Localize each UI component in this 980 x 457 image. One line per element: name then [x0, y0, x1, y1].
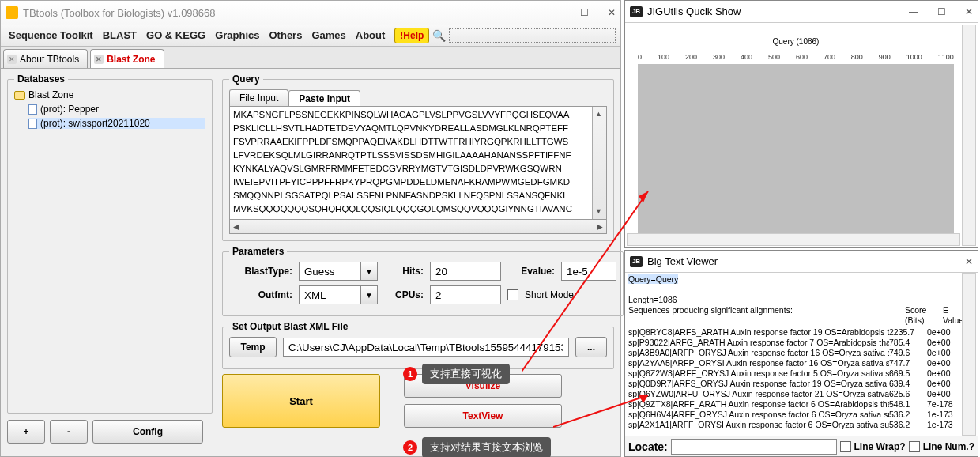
jigutils-title: JIGUtils Qucik Show [647, 6, 909, 17]
temp-button[interactable]: Temp [229, 337, 277, 357]
annotation-arrow-icon [522, 182, 664, 382]
db-item-pepper[interactable]: (prot): Pepper [28, 104, 205, 115]
annotation-2: 支持对结果直接文本浏览 [422, 437, 551, 457]
close-icon[interactable]: ✕ [965, 256, 973, 267]
menubar: Sequence Toolkit BLAST GO & KEGG Graphic… [1, 25, 620, 47]
hits-label: Hits: [384, 266, 424, 277]
locate-label: Locate: [628, 440, 668, 453]
dropdown-icon[interactable]: ▼ [360, 262, 378, 281]
hit-bits: 625.6 [889, 389, 927, 399]
hit-row[interactable]: sp|Q6Z2W3|ARFE_ORYSJ Auxin response fact… [628, 368, 974, 379]
tab-paste-input[interactable]: Paste Input [288, 90, 360, 107]
start-button[interactable]: Start [222, 374, 380, 428]
hit-row[interactable]: sp|Q0D9R7|ARFS_ORYSJ Auxin response fact… [628, 379, 974, 389]
menu-graphics[interactable]: Graphics [210, 29, 264, 41]
hit-evalue: 0e+00 [927, 368, 951, 379]
linewrap-checkbox[interactable] [840, 441, 851, 452]
ruler-tick: 0 [638, 53, 642, 61]
menu-about[interactable]: About [351, 29, 390, 41]
vertical-scrollbar[interactable] [962, 25, 976, 246]
locate-input[interactable] [671, 439, 837, 455]
blasttype-combo[interactable]: ▼ [299, 262, 378, 281]
maximize-icon[interactable]: ☐ [937, 6, 946, 17]
svg-marker-1 [639, 191, 648, 202]
minimize-icon[interactable]: — [909, 6, 918, 17]
document-tabs: ✕ About TBtools ✕ Blast Zone [1, 47, 620, 69]
hit-row[interactable]: sp|Q6H6V4|ARFF_ORYSJ Auxin response fact… [628, 410, 974, 420]
hit-bits: 536.2 [889, 420, 927, 430]
hit-row[interactable]: sp|A2YAA5|ARFP_ORYSI Auxin response fact… [628, 358, 974, 368]
menu-sequence-toolkit[interactable]: Sequence Toolkit [4, 29, 98, 41]
hit-name: sp|Q6H6V4|ARFF_ORYSJ Auxin response fact… [628, 410, 889, 420]
ruler-tick: 400 [741, 53, 752, 61]
cpus-input[interactable] [430, 285, 501, 304]
menu-others[interactable]: Others [265, 29, 307, 41]
btv-titlebar: JB Big Text Viewer ✕ [625, 251, 978, 273]
tab-blast-zone[interactable]: ✕ Blast Zone [90, 49, 164, 68]
ruler-tick: 100 [658, 53, 669, 61]
textview-button[interactable]: TextView [404, 404, 562, 428]
add-db-button[interactable]: + [7, 420, 45, 444]
svg-line-2 [553, 395, 648, 427]
close-tab-icon[interactable]: ✕ [94, 55, 104, 64]
horizontal-scrollbar[interactable] [627, 233, 960, 246]
menu-blast[interactable]: BLAST [98, 29, 141, 41]
close-icon[interactable]: ✕ [965, 6, 973, 17]
ruler-title: Query (1086) [638, 37, 954, 46]
hits-input[interactable] [430, 262, 501, 281]
ruler-tick: 1100 [938, 53, 954, 61]
hit-name: sp|A2X1A1|ARFF_ORYSI Auxin response fact… [628, 420, 889, 430]
ruler-tick: 800 [851, 53, 863, 61]
hit-bits: 536.2 [889, 410, 927, 420]
hit-row[interactable]: sp|Q8RYC8|ARFS_ARATH Auxin response fact… [628, 327, 974, 338]
hit-bits: 749.6 [889, 348, 927, 358]
hit-row[interactable]: sp|P93022|ARFG_ARATH Auxin response fact… [628, 338, 974, 348]
titlebar: TBtools (Toolbox for Biologists) v1.0986… [1, 1, 620, 25]
menu-go-kegg[interactable]: GO & KEGG [141, 29, 210, 41]
maximize-icon[interactable]: ☐ [580, 7, 589, 18]
hit-evalue: 0e+00 [927, 327, 951, 338]
btv-text-area[interactable]: Query=Query Length=1086 Sequences produc… [625, 273, 978, 436]
hit-bits: 747.7 [889, 358, 927, 368]
shortmode-checkbox[interactable] [507, 289, 518, 300]
hit-evalue: 0e+00 [927, 338, 951, 348]
hit-name: sp|Q0D9R7|ARFS_ORYSJ Auxin response fact… [628, 379, 889, 389]
annotation-arrow-icon [553, 387, 664, 437]
search-icon[interactable]: 🔍 [432, 29, 446, 42]
ruler-tick: 1000 [906, 53, 922, 61]
hit-row[interactable]: sp|Q6YZW0|ARFU_ORYSJ Auxin response fact… [628, 389, 974, 399]
tab-file-input[interactable]: File Input [229, 89, 288, 106]
ruler-tick: 600 [796, 53, 808, 61]
close-tab-icon[interactable]: ✕ [7, 55, 17, 64]
alignment-canvas[interactable] [638, 64, 954, 235]
blasttype-value[interactable] [299, 262, 360, 281]
outfmt-combo[interactable]: ▼ [299, 285, 378, 304]
hit-bits: 785.4 [889, 338, 927, 348]
hit-evalue: 0e+00 [927, 358, 951, 368]
linenum-checkbox[interactable] [909, 441, 920, 452]
config-button[interactable]: Config [92, 420, 203, 444]
dropdown-icon[interactable]: ▼ [360, 285, 378, 304]
alignments-header: Sequences producing significant alignmen… [628, 305, 905, 315]
document-icon [28, 119, 37, 129]
hit-name: sp|A3B9A0|ARFP_ORYSJ Auxin response fact… [628, 348, 889, 358]
hit-row[interactable]: sp|A2X1A1|ARFF_ORYSI Auxin response fact… [628, 420, 974, 430]
outfmt-value[interactable] [299, 285, 360, 304]
query-title: Query [229, 74, 263, 85]
hit-row[interactable]: sp|A3B9A0|ARFP_ORYSJ Auxin response fact… [628, 348, 974, 358]
ruler-tick: 900 [879, 53, 891, 61]
hit-evalue: 0e+00 [927, 348, 951, 358]
search-field-placeholder[interactable] [449, 28, 616, 43]
vertical-scrollbar[interactable] [962, 273, 976, 436]
hit-row[interactable]: sp|Q9ZTX8|ARFF_ARATH Auxin response fact… [628, 399, 974, 410]
tab-about-tbtools[interactable]: ✕ About TBtools [3, 49, 88, 68]
close-icon[interactable]: ✕ [608, 7, 616, 18]
menu-games[interactable]: Games [307, 29, 350, 41]
help-button[interactable]: !Help [394, 28, 429, 43]
ruler-tick: 700 [824, 53, 835, 61]
remove-db-button[interactable]: - [50, 420, 88, 444]
minimize-icon[interactable]: — [552, 7, 561, 18]
jigutils-window: JB JIGUtils Qucik Show — ☐ ✕ Query (1086… [624, 0, 978, 248]
db-root[interactable]: Blast Zone [14, 89, 205, 100]
db-item-swissport[interactable]: (prot): swissport20211020 [28, 118, 205, 129]
